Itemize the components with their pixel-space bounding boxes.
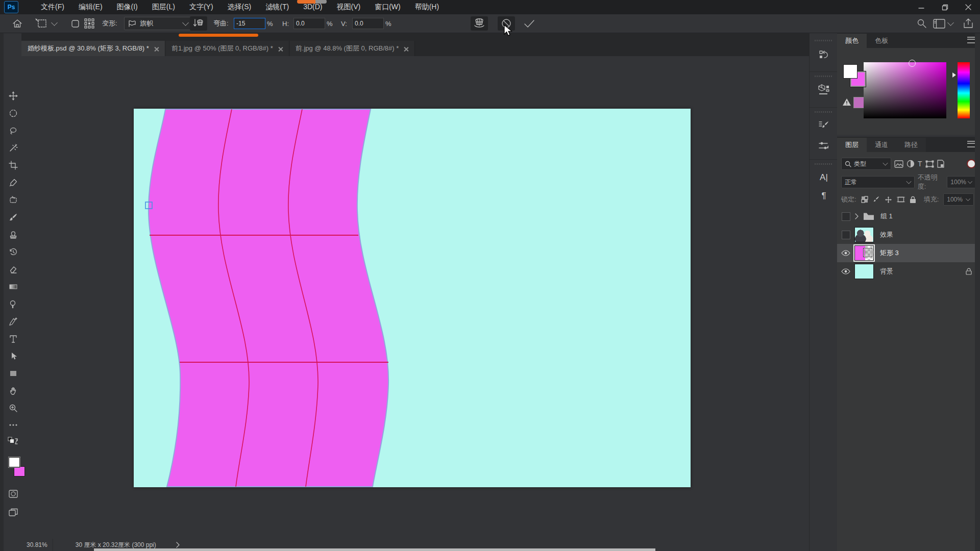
lock-pixels-icon[interactable]	[873, 196, 880, 203]
marquee-tool-icon[interactable]	[7, 107, 19, 119]
pen-tool-icon[interactable]	[7, 315, 19, 328]
menu-view[interactable]: 视图(V)	[329, 0, 368, 14]
tab-channels[interactable]: 通道	[867, 138, 896, 152]
commit-transform-button[interactable]	[523, 14, 535, 33]
warped-rectangle-shape[interactable]	[149, 109, 388, 487]
group-expand-chevron-icon[interactable]	[854, 213, 859, 219]
layer-row-background[interactable]: 背景	[837, 262, 980, 281]
tab-paths[interactable]: 路径	[896, 138, 926, 152]
saturation-brightness-box[interactable]	[864, 62, 946, 118]
horizontal-scrollbar[interactable]	[94, 548, 655, 551]
menu-edit[interactable]: 编辑(E)	[71, 0, 110, 14]
warp-orientation-button[interactable]	[190, 16, 207, 31]
filter-pixel-layers-icon[interactable]	[894, 160, 903, 168]
filter-smart-objects-icon[interactable]	[937, 160, 944, 168]
visibility-toggle[interactable]	[837, 250, 854, 256]
filter-adjustment-layers-icon[interactable]	[906, 160, 915, 168]
menu-type[interactable]: 文字(Y)	[182, 0, 220, 14]
fill-value[interactable]: 100%	[943, 193, 974, 206]
type-tool-icon[interactable]	[7, 333, 19, 345]
tab-layers[interactable]: 图层	[837, 138, 867, 152]
canvas-pasteboard[interactable]	[21, 56, 809, 539]
visibility-toggle[interactable]	[837, 212, 854, 221]
background-color-swatch[interactable]	[14, 466, 25, 477]
eyedropper-tool-icon[interactable]	[7, 177, 19, 189]
opacity-value[interactable]: 100%	[947, 176, 976, 188]
panel-grip[interactable]	[815, 163, 832, 165]
lock-position-icon[interactable]	[885, 196, 892, 204]
layer-thumbnail[interactable]	[854, 227, 874, 242]
close-button[interactable]	[957, 0, 980, 14]
color-picker-ring[interactable]	[909, 60, 916, 67]
filter-shape-layers-icon[interactable]	[925, 160, 934, 168]
brush-settings-panel-icon[interactable]	[817, 118, 831, 133]
history-brush-tool-icon[interactable]	[7, 246, 19, 258]
screen-mode-icon[interactable]	[7, 506, 19, 518]
path-select-tool-icon[interactable]	[7, 350, 19, 362]
restore-button[interactable]	[933, 0, 957, 14]
tab-close-icon[interactable]	[278, 46, 283, 51]
photoshop-logo[interactable]: Ps	[4, 1, 18, 13]
edit-toolbar-ellipsis-icon[interactable]	[7, 419, 19, 431]
menu-help[interactable]: 帮助(H)	[408, 0, 446, 14]
hue-slider-arrow[interactable]	[952, 72, 956, 78]
panel-grip[interactable]	[815, 111, 832, 113]
tab-close-icon[interactable]	[404, 46, 408, 51]
doc-tab-wedding-template[interactable]: 婚纱模板.psd @ 30.8% (矩形 3, RGB/8) *	[21, 41, 165, 56]
zoom-tool-icon[interactable]	[7, 402, 19, 414]
warp-style-select[interactable]: 旗帜	[124, 17, 191, 30]
menu-filter[interactable]: 滤镜(T)	[258, 0, 296, 14]
panel-grip[interactable]	[815, 40, 832, 41]
filter-type-layers-icon[interactable]: T	[918, 160, 922, 168]
menu-image[interactable]: 图像(I)	[110, 0, 145, 14]
tab-close-icon[interactable]	[154, 46, 159, 51]
character-panel-icon[interactable]: A|	[817, 170, 831, 185]
hue-strip[interactable]	[958, 62, 970, 118]
hand-tool-icon[interactable]	[7, 385, 19, 397]
lock-artboard-icon[interactable]	[897, 196, 905, 203]
dock-scroll-gutter[interactable]	[975, 33, 980, 551]
3d-panel-icon[interactable]	[817, 83, 831, 97]
visibility-toggle[interactable]	[837, 268, 854, 274]
status-zoom-field[interactable]: 30.81%	[21, 539, 53, 551]
panel-menu-icon[interactable]	[967, 37, 975, 43]
blend-mode-select[interactable]: 正常	[841, 176, 915, 188]
menu-3d[interactable]: 3D(D)	[296, 0, 329, 14]
tab-color[interactable]: 颜色	[837, 34, 867, 48]
layer-row-rectangle3[interactable]: 矩形 3	[837, 244, 980, 262]
panel-grip[interactable]	[815, 76, 832, 77]
layer-row-effect[interactable]: 效果	[837, 226, 980, 244]
healing-patch-tool-icon[interactable]	[7, 194, 19, 206]
visibility-toggle[interactable]	[837, 231, 854, 239]
move-tool-icon[interactable]	[7, 90, 19, 102]
v-distortion-input[interactable]	[352, 18, 384, 29]
home-icon[interactable]	[12, 14, 22, 33]
layer-filter-type-select[interactable]: 类型	[841, 158, 891, 170]
magic-wand-tool-icon[interactable]	[7, 142, 19, 154]
lock-all-icon[interactable]	[910, 196, 916, 204]
transform-tool-icon[interactable]	[35, 18, 48, 29]
quick-mask-icon[interactable]	[7, 488, 19, 500]
warp-anchor-grid-icon[interactable]	[83, 14, 96, 33]
doc-tab-front1[interactable]: 前1.jpg @ 50% (图层 0, RGB/8#) *	[165, 41, 289, 56]
layer-row-group1[interactable]: 组 1	[837, 207, 980, 226]
search-icon[interactable]	[917, 14, 927, 33]
tab-swatches[interactable]: 色板	[867, 34, 896, 48]
warp-checkbox[interactable]	[71, 14, 79, 33]
history-panel-icon[interactable]	[817, 48, 831, 62]
share-icon[interactable]	[963, 14, 974, 33]
tool-presets-panel-icon[interactable]	[817, 139, 831, 153]
tool-preset-chevron-icon[interactable]	[51, 19, 58, 26]
panel-foreground-swatch[interactable]	[843, 64, 857, 79]
eraser-tool-icon[interactable]	[7, 263, 19, 276]
minimize-button[interactable]	[910, 0, 933, 14]
status-chevron-icon[interactable]	[176, 542, 181, 548]
menu-window[interactable]: 窗口(W)	[368, 0, 408, 14]
shape-tool-icon[interactable]	[7, 367, 19, 380]
doc-tab-front[interactable]: 前.jpg @ 48.8% (图层 0, RGB/8#) *	[289, 41, 415, 56]
menu-select[interactable]: 选择(S)	[220, 0, 259, 14]
swap-colors-icon[interactable]	[7, 436, 19, 448]
crop-tool-icon[interactable]	[7, 159, 19, 171]
lock-transparency-icon[interactable]	[861, 196, 868, 203]
background-lock-icon[interactable]	[966, 268, 972, 275]
